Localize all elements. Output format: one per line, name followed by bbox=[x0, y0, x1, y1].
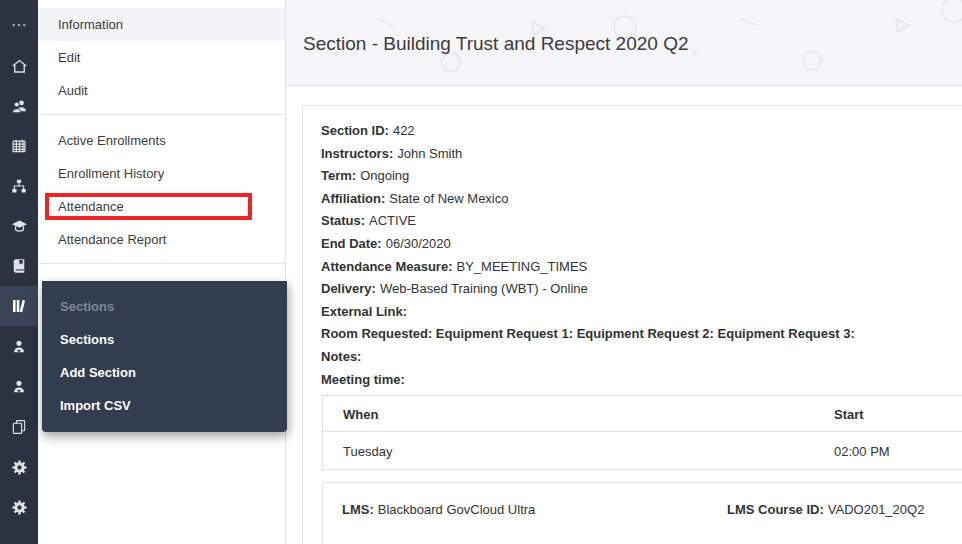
page-header: Section - Building Trust and Respect 202… bbox=[286, 0, 962, 86]
cell-start: 02:00 PM bbox=[834, 443, 890, 458]
field-delivery: Delivery:Web-Based Training (WBT) - Onli… bbox=[321, 278, 962, 301]
sitemap-icon[interactable] bbox=[0, 166, 38, 206]
field-lms: LMS:Blackboard GovCloud Ultra bbox=[342, 502, 535, 517]
submenu-item-label: Sections bbox=[60, 332, 114, 347]
menu-item-label: Active Enrollments bbox=[58, 133, 166, 148]
menu-item-audit[interactable]: Audit bbox=[38, 74, 285, 107]
submenu-item-label: Import CSV bbox=[60, 398, 131, 413]
details-card: Section ID:422 Instructors:John Smith Te… bbox=[302, 105, 962, 544]
submenu-header: Sections bbox=[42, 290, 287, 323]
submenu-item-label: Add Section bbox=[60, 365, 136, 380]
menu-item-label: Attendance bbox=[58, 199, 124, 214]
sections-submenu: Sections Sections Add Section Import CSV bbox=[42, 281, 287, 432]
menu-divider bbox=[38, 263, 285, 264]
more-icon[interactable] bbox=[0, 5, 38, 45]
user-pin-icon[interactable] bbox=[0, 327, 38, 367]
menu-item-active-enrollments[interactable]: Active Enrollments bbox=[38, 124, 285, 157]
field-attendance-measure: Attendance Measure:BY_MEETING_TIMES bbox=[321, 256, 962, 279]
field-instructors: Instructors:John Smith bbox=[321, 143, 962, 166]
graduation-icon[interactable] bbox=[0, 206, 38, 246]
menu-item-edit[interactable]: Edit bbox=[38, 41, 285, 74]
app-root: Information Edit Audit Active Enrollment… bbox=[0, 0, 962, 544]
table-row: Tuesday 02:00 PM bbox=[323, 432, 962, 469]
lms-card: LMS:Blackboard GovCloud Ultra LMS Course… bbox=[322, 482, 962, 544]
users-icon[interactable] bbox=[0, 86, 38, 126]
book-icon[interactable] bbox=[0, 246, 38, 286]
calendar-icon[interactable] bbox=[0, 126, 38, 166]
field-affiliation: Affiliation:State of New Mexico bbox=[321, 188, 962, 211]
field-external-link: External Link: bbox=[321, 301, 962, 324]
menu-item-label: Information bbox=[58, 17, 123, 32]
menu-item-label: Edit bbox=[58, 50, 80, 65]
field-room-requested: Room Requested: Equipment Request 1: Equ… bbox=[321, 323, 962, 346]
library-icon[interactable] bbox=[0, 286, 38, 326]
menu-item-attendance-report[interactable]: Attendance Report bbox=[38, 223, 285, 256]
lms-row: LMS:Blackboard GovCloud Ultra LMS Course… bbox=[323, 483, 962, 535]
field-end-date: End Date:06/30/2020 bbox=[321, 233, 962, 256]
menu-item-label: Audit bbox=[58, 83, 88, 98]
field-term: Term:Ongoing bbox=[321, 165, 962, 188]
submenu-item-sections[interactable]: Sections bbox=[42, 323, 287, 356]
meeting-table: When Start Tuesday 02:00 PM bbox=[322, 395, 962, 470]
menu-item-enrollment-history[interactable]: Enrollment History bbox=[38, 157, 285, 190]
menu-item-attendance[interactable]: Attendance bbox=[38, 190, 285, 223]
home-icon[interactable] bbox=[0, 46, 38, 86]
menu-panel: Information Edit Audit Active Enrollment… bbox=[38, 0, 286, 544]
gear-icon[interactable] bbox=[0, 447, 38, 487]
field-lms-course-id: LMS Course ID:VADO201_20Q2 bbox=[727, 502, 924, 517]
icon-sidebar bbox=[0, 0, 38, 544]
menu-item-label: Enrollment History bbox=[58, 166, 164, 181]
copy-icon[interactable] bbox=[0, 407, 38, 447]
column-header-start: Start bbox=[834, 406, 864, 421]
submenu-item-import-csv[interactable]: Import CSV bbox=[42, 389, 287, 422]
column-header-when: When bbox=[343, 406, 378, 421]
menu-item-label: Attendance Report bbox=[58, 232, 166, 247]
meeting-table-header-row: When Start bbox=[323, 396, 962, 432]
user-pin-icon[interactable] bbox=[0, 367, 38, 407]
gear-icon[interactable] bbox=[0, 487, 38, 527]
menu-divider bbox=[38, 114, 285, 115]
menu-item-information[interactable]: Information bbox=[38, 8, 285, 41]
page-title: Section - Building Trust and Respect 202… bbox=[303, 33, 689, 55]
details-fields: Section ID:422 Instructors:John Smith Te… bbox=[303, 106, 962, 391]
field-notes: Notes: bbox=[321, 346, 962, 369]
submenu-item-add-section[interactable]: Add Section bbox=[42, 356, 287, 389]
cell-when: Tuesday bbox=[343, 443, 392, 458]
field-section-id: Section ID:422 bbox=[321, 120, 962, 143]
field-meeting-time: Meeting time: bbox=[321, 369, 962, 392]
field-status: Status:ACTIVE bbox=[321, 210, 962, 233]
